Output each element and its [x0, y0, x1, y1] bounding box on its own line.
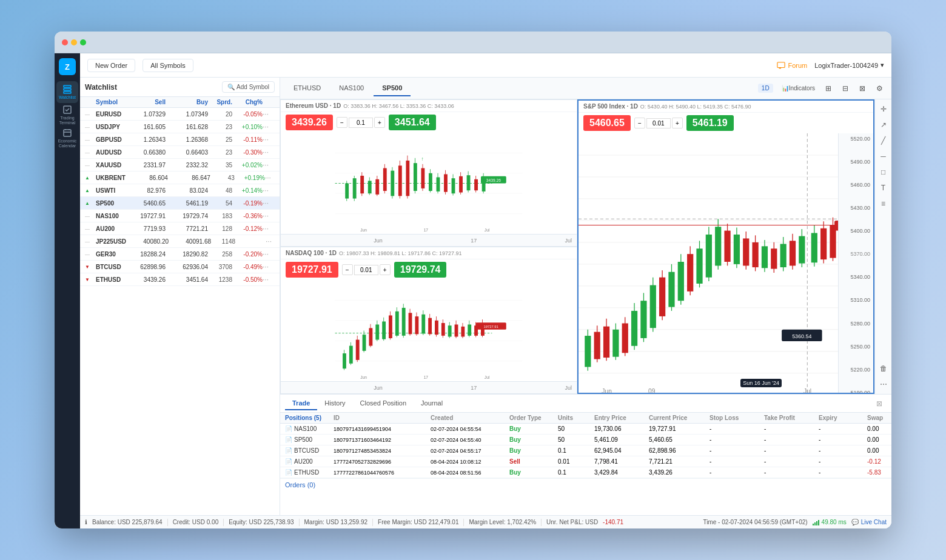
- live-chat-button[interactable]: 💬 Live Chat: [851, 519, 887, 525]
- chart-split-button[interactable]: ⊟: [838, 81, 853, 96]
- svg-rect-0: [64, 85, 71, 87]
- svg-rect-72: [382, 321, 386, 339]
- eth-sell-price[interactable]: 3439.26: [286, 115, 333, 130]
- position-row: 📄ETHUSD 177772278610447605​76 08-04-2024…: [280, 467, 891, 478]
- watchlist-row[interactable]: ▼ BTCUSD 62898.96 62936.04 3708 -0.49% ·…: [80, 261, 280, 273]
- positions-header: Positions (5) ID Created Order Type Unit…: [280, 413, 891, 424]
- chart-settings-button[interactable]: ⚙: [872, 81, 887, 96]
- watchlist-row[interactable]: — EURUSD 1.07329 1.07349 20 -0.05% ···: [80, 108, 280, 121]
- watchlist-row[interactable]: — AU200 7719.93 7721.21 128 -0.12% ···: [80, 222, 280, 235]
- watchlist-row[interactable]: ▼ ETHUSD 3439.26 3451.64 1238 -0.50% ···: [80, 273, 280, 286]
- add-symbol-button[interactable]: 🔍 Add Symbol: [222, 81, 275, 93]
- sidebar-item-watchlist[interactable]: Watchlist: [56, 81, 78, 103]
- tab-journal[interactable]: Journal: [414, 397, 450, 410]
- tab-trade[interactable]: Trade: [285, 397, 317, 410]
- position-row: 📄SP500 180797137160346419​2 02-07-2024 0…: [280, 435, 891, 445]
- position-row: 📄AU200 177724705273282969​6 08-04-2024 1…: [280, 456, 891, 467]
- sidebar-item-calendar[interactable]: EconomicCalendar: [56, 127, 78, 149]
- bottom-tabs: Trade History Closed Position Journal ⊠: [280, 395, 891, 413]
- svg-rect-37: [444, 174, 448, 192]
- nas-buy-price[interactable]: 19729.74: [394, 262, 447, 278]
- positions-table: Positions (5) ID Created Order Type Unit…: [280, 413, 891, 515]
- app-logo: Z: [59, 58, 76, 75]
- svg-rect-192: [816, 521, 817, 525]
- sp500-qty-decrease[interactable]: −: [634, 118, 645, 128]
- sp500-buy-price[interactable]: 5461.19: [686, 115, 734, 131]
- svg-rect-193: [818, 520, 819, 525]
- watchlist-row[interactable]: ▲ USWTI 82.976 83.024 48 +0.14% ···: [80, 184, 280, 197]
- rt-crosshair[interactable]: ✛: [876, 102, 891, 116]
- tab-ethusd[interactable]: ETHUSD: [285, 81, 329, 96]
- svg-rect-62: [349, 346, 353, 364]
- tab-history[interactable]: History: [317, 397, 352, 410]
- eth-time-bar: Jun 17 Jul: [281, 234, 577, 246]
- watchlist-row[interactable]: — USDJPY 161.605 161.628 23 +0.10% ···: [80, 121, 280, 133]
- svg-rect-25: [398, 165, 402, 196]
- svg-text:Jul: Jul: [485, 228, 490, 232]
- watchlist-rows: — EURUSD 1.07329 1.07349 20 -0.05% ··· —…: [80, 108, 280, 286]
- credit-label: Credit: USD 0.00: [173, 519, 219, 525]
- tab-closed[interactable]: Closed Position: [353, 397, 414, 410]
- svg-text:↑: ↑: [421, 156, 423, 162]
- rt-text[interactable]: T: [876, 181, 891, 195]
- orders-row[interactable]: Orders (0): [280, 478, 891, 491]
- rt-delete[interactable]: 🗑: [876, 361, 891, 376]
- sp500-chart: S&P 500 Index · 1D O: 5430.40 H: 5490.40…: [577, 99, 874, 394]
- svg-rect-27: [406, 161, 409, 196]
- rt-rectangle[interactable]: □: [876, 165, 891, 179]
- svg-rect-84: [421, 315, 425, 334]
- svg-rect-96: [461, 327, 465, 337]
- watchlist-row[interactable]: — XAUUSD 2331.97 2332.32 35 +0.02% ···: [80, 159, 280, 172]
- nas-qty-decrease[interactable]: −: [342, 264, 353, 275]
- pnl-value: -140.71: [603, 519, 623, 525]
- watchlist-row[interactable]: — AUDUSD 0.66380 0.66403 23 -0.30% ···: [80, 146, 280, 159]
- eth-qty-increase[interactable]: +: [374, 117, 385, 128]
- nas-qty-increase[interactable]: +: [380, 264, 391, 275]
- watchlist-row[interactable]: — JP225USD 40080.20 40091.68 1148 ···: [80, 235, 280, 248]
- right-toolbar: ✛ ↗ ╱ ─ □ T ≡ 🗑 ⋯: [874, 99, 891, 394]
- top-bar: New Order All Symbols Forum LogixTrader-…: [80, 53, 891, 78]
- watchlist-header-row: Symbol Sell Buy Sprd. Chg%: [80, 97, 280, 108]
- forum-button[interactable]: Forum: [777, 61, 807, 70]
- eth-buy-price[interactable]: 3451.64: [389, 115, 436, 130]
- eth-qty-decrease[interactable]: −: [337, 117, 347, 128]
- bottom-expand-button[interactable]: ⊠: [872, 396, 887, 411]
- user-menu-button[interactable]: LogixTrader-1004249 ▾: [814, 61, 884, 69]
- position-row: 📄NAS100 180797143169945190​4 02-07-2024 …: [280, 424, 891, 435]
- sp500-chart-info: S&P 500 Index · 1D O: 5430.40 H: 5490.40…: [579, 101, 873, 113]
- svg-rect-17: [368, 181, 372, 193]
- indicators-button[interactable]: 📊 Indicators: [778, 81, 819, 96]
- new-order-button[interactable]: New Order: [87, 59, 135, 72]
- rt-fibonacci[interactable]: ≡: [876, 196, 891, 211]
- eth-chart-info: Ethereum USD · 1D O: 3383.36 H: 3467.56 …: [281, 100, 577, 112]
- watchlist-row[interactable]: — NAS100 19727.91 19729.74 183 -0.36% ··…: [80, 210, 280, 222]
- chart-fullscreen-button[interactable]: ⊠: [855, 81, 870, 96]
- rt-trendline[interactable]: ╱: [876, 133, 891, 148]
- svg-rect-5: [777, 62, 785, 67]
- chart-layout-button[interactable]: ⊞: [821, 81, 836, 96]
- rt-arrow[interactable]: ↗: [876, 118, 891, 132]
- tab-nas100[interactable]: NAS100: [330, 81, 372, 96]
- nas-sell-price[interactable]: 19727.91: [286, 262, 338, 278]
- eth-chart-canvas: 3439.26 ↑ Jun 17 Jul: [281, 133, 577, 234]
- watchlist-table: Symbol Sell Buy Sprd. Chg% — EURUSD 1.07…: [80, 97, 280, 515]
- watchlist-row[interactable]: ▲ SP500 5460.65 5461.19 54 -0.19% ···: [80, 197, 280, 210]
- svg-text:17: 17: [424, 228, 429, 232]
- watchlist-title: Watchlist: [85, 83, 117, 92]
- sidebar-item-trading[interactable]: TradingTerminal: [56, 104, 78, 126]
- svg-text:19727.91: 19727.91: [484, 325, 498, 328]
- all-symbols-button[interactable]: All Symbols: [143, 59, 193, 72]
- rt-more[interactable]: ⋯: [876, 377, 891, 392]
- sidebar: Z Watchlist TradingTerminal EconomicCale…: [55, 53, 80, 528]
- tab-sp500[interactable]: SP500: [374, 81, 411, 96]
- sp500-sell-price[interactable]: 5460.65: [583, 115, 631, 131]
- watchlist-row[interactable]: ▲ UKBRENT 86.604 86.647 43 +0.19% ···: [80, 172, 280, 184]
- nas-chart-canvas: 19727.91 Jun 17 Jul: [281, 280, 577, 381]
- bottom-panel: Trade History Closed Position Journal ⊠ …: [280, 394, 891, 515]
- svg-text:Jun: Jun: [602, 388, 612, 394]
- rt-horizontal[interactable]: ─: [876, 149, 891, 164]
- watchlist-row[interactable]: — GBPUSD 1.26343 1.26368 25 -0.11% ···: [80, 133, 280, 146]
- watchlist-row[interactable]: — GER30 18288.24 18290.82 258 -0.20% ···: [80, 248, 280, 261]
- period-1d-button[interactable]: 1D: [758, 84, 773, 93]
- sp500-qty-increase[interactable]: +: [672, 118, 683, 128]
